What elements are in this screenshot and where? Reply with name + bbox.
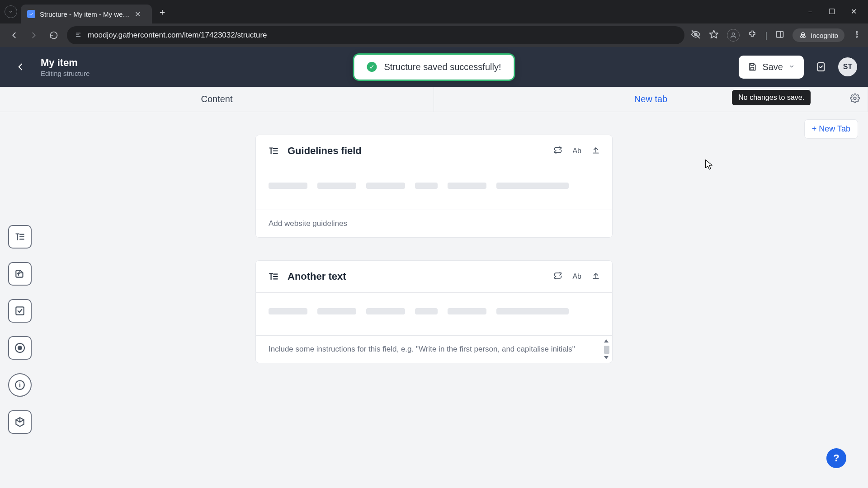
close-tab-icon[interactable]: ✕: [135, 10, 141, 19]
svg-point-6: [732, 33, 735, 35]
svg-rect-16: [751, 67, 754, 70]
toast-message: Structure saved successfully!: [384, 62, 501, 72]
tab-content[interactable]: Content: [0, 87, 434, 112]
gear-icon[interactable]: [850, 93, 860, 105]
field-body-placeholder: [256, 293, 612, 335]
save-button[interactable]: Save No changes to save.: [739, 56, 804, 79]
field-instructions[interactable]: Add website guidelines: [256, 210, 612, 237]
window-controls: － ☐ ✕: [806, 7, 868, 17]
bookmark-star-icon[interactable]: [709, 29, 719, 42]
extensions-icon[interactable]: [748, 30, 757, 41]
close-window-icon[interactable]: ✕: [849, 7, 858, 17]
field-card[interactable]: Guidelines field Ab Add website guidelin…: [255, 135, 613, 238]
tasks-icon[interactable]: [812, 58, 830, 76]
eye-off-icon[interactable]: [691, 29, 701, 42]
profile-avatar-icon[interactable]: [727, 29, 740, 42]
field-title[interactable]: Guidelines field: [288, 145, 545, 157]
maximize-icon[interactable]: ☐: [827, 7, 836, 17]
address-bar[interactable]: moodjoy.gathercontent.com/item/17423032/…: [67, 26, 684, 44]
app-header: My item Editing structure ✓ Structure sa…: [0, 47, 868, 87]
new-browser-tab-button[interactable]: ＋: [156, 5, 169, 19]
repeatable-icon[interactable]: [553, 271, 562, 282]
help-button[interactable]: ?: [826, 448, 846, 468]
app-surface: My item Editing structure ✓ Structure sa…: [0, 47, 868, 488]
svg-point-14: [856, 36, 858, 37]
forward-icon[interactable]: [27, 28, 41, 42]
chevron-down-icon[interactable]: [788, 63, 795, 71]
incognito-badge[interactable]: Incognito: [793, 28, 844, 42]
user-avatar[interactable]: ST: [838, 57, 857, 76]
export-icon[interactable]: [591, 145, 600, 156]
svg-rect-7: [777, 31, 783, 37]
back-icon[interactable]: [7, 28, 21, 42]
page-title: My item: [41, 57, 90, 69]
browser-tab-title: Structure - My item - My websi: [40, 10, 130, 18]
svg-point-12: [856, 31, 858, 33]
kebab-menu-icon[interactable]: [853, 30, 861, 41]
field-body-placeholder: [256, 167, 612, 210]
save-tooltip: No changes to save.: [732, 90, 811, 105]
browser-titlebar: Structure - My item - My websi ✕ ＋ － ☐ ✕: [0, 0, 868, 23]
field-instructions[interactable]: Include some instructions for this field…: [256, 335, 612, 363]
site-info-icon[interactable]: [74, 31, 82, 40]
tab-search-dropdown[interactable]: [5, 5, 17, 18]
format-icon[interactable]: Ab: [572, 272, 581, 281]
field-title[interactable]: Another text: [288, 271, 545, 282]
page-title-block: My item Editing structure: [41, 57, 90, 77]
reload-icon[interactable]: [47, 28, 61, 42]
svg-point-13: [856, 33, 858, 35]
text-field-icon: [268, 271, 279, 282]
svg-marker-5: [710, 30, 718, 38]
minimize-icon[interactable]: －: [806, 7, 815, 17]
format-icon[interactable]: Ab: [572, 147, 581, 155]
scrollbar-thumb[interactable]: [604, 346, 609, 354]
browser-toolbar: moodjoy.gathercontent.com/item/17423032/…: [0, 23, 868, 47]
url-text: moodjoy.gathercontent.com/item/17423032/…: [88, 31, 267, 40]
favicon-icon: [27, 10, 35, 18]
text-field-icon: [268, 145, 279, 157]
sidepanel-icon[interactable]: [775, 30, 784, 41]
export-icon[interactable]: [591, 271, 600, 282]
save-icon: [748, 62, 757, 71]
repeatable-icon[interactable]: [553, 145, 562, 156]
back-button[interactable]: [11, 57, 30, 76]
field-card[interactable]: Another text Ab Include some instructio: [255, 260, 613, 363]
save-label: Save: [762, 62, 783, 72]
toast-success: ✓ Structure saved successfully!: [353, 53, 515, 81]
incognito-label: Incognito: [811, 32, 838, 39]
check-circle-icon: ✓: [367, 62, 377, 72]
canvas-scroll[interactable]: Guidelines field Ab Add website guidelin…: [0, 112, 868, 488]
svg-point-18: [854, 97, 856, 99]
browser-tab-active[interactable]: Structure - My item - My websi ✕: [21, 5, 152, 23]
page-subtitle: Editing structure: [41, 70, 90, 77]
svg-rect-15: [751, 64, 754, 66]
